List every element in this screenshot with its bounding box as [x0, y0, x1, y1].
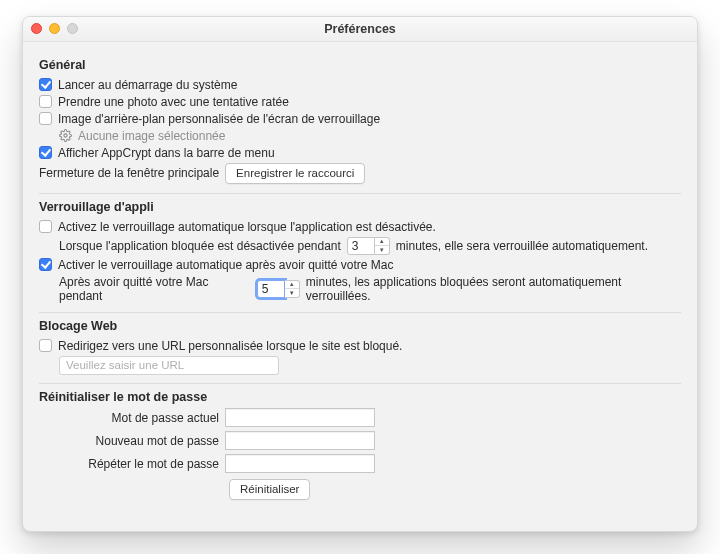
- checkbox-photo-on-fail[interactable]: [39, 95, 52, 108]
- label-repeat-password: Répéter le mot de passe: [59, 457, 219, 471]
- input-current-password[interactable]: [225, 408, 375, 427]
- label-deact-suffix: minutes, elle sera verrouillée automatiq…: [396, 239, 648, 253]
- stepper-deactivated-minutes[interactable]: 3 ▲▼: [347, 237, 390, 255]
- section-general-heading: Général: [39, 58, 681, 72]
- label-custom-lock-bg: Image d'arrière-plan personnalisée de l'…: [58, 112, 380, 126]
- label-current-password: Mot de passe actuel: [59, 411, 219, 425]
- section-webblock-heading: Blocage Web: [39, 319, 681, 333]
- stepper-arrows-icon[interactable]: ▲▼: [375, 237, 390, 255]
- label-deact-prefix: Lorsque l'application bloquée est désact…: [59, 239, 341, 253]
- label-away-prefix: Après avoir quitté votre Mac pendant: [59, 275, 251, 303]
- section-password-heading: Réinitialiser le mot de passe: [39, 390, 681, 404]
- section-applock-heading: Verrouillage d'appli: [39, 200, 681, 214]
- label-new-password: Nouveau mot de passe: [59, 434, 219, 448]
- minimize-icon[interactable]: [49, 23, 60, 34]
- label-close-main-window: Fermeture de la fenêtre principale: [39, 166, 219, 180]
- svg-point-0: [64, 134, 67, 137]
- label-away-suffix: minutes, les applications bloquées seron…: [306, 275, 681, 303]
- checkbox-autolock-away[interactable]: [39, 258, 52, 271]
- window-titlebar: Préférences: [23, 17, 697, 42]
- divider: [39, 312, 681, 313]
- divider: [39, 193, 681, 194]
- stepper-deactivated-value[interactable]: 3: [347, 237, 375, 255]
- input-new-password[interactable]: [225, 431, 375, 450]
- label-no-image: Aucune image sélectionnée: [78, 129, 225, 143]
- input-repeat-password[interactable]: [225, 454, 375, 473]
- label-show-menubar: Afficher AppCrypt dans la barre de menu: [58, 146, 275, 160]
- checkbox-autolock-deactivated[interactable]: [39, 220, 52, 233]
- checkbox-redirect-url[interactable]: [39, 339, 52, 352]
- close-icon[interactable]: [31, 23, 42, 34]
- window-title: Préférences: [324, 22, 396, 36]
- preferences-window: Préférences Général Lancer au démarrage …: [22, 16, 698, 532]
- label-photo-on-fail: Prendre une photo avec une tentative rat…: [58, 95, 289, 109]
- stepper-away-value[interactable]: 5: [257, 280, 285, 298]
- checkbox-show-menubar[interactable]: [39, 146, 52, 159]
- stepper-arrows-icon[interactable]: ▲▼: [285, 280, 300, 298]
- url-input[interactable]: Veuillez saisir une URL: [59, 356, 279, 375]
- label-autolock-deactivated: Activez le verrouillage automatique lors…: [58, 220, 436, 234]
- label-redirect-url: Redirigez vers une URL personnalisée lor…: [58, 339, 402, 353]
- record-shortcut-button[interactable]: Enregistrer le raccourci: [225, 163, 365, 184]
- checkbox-launch-at-startup[interactable]: [39, 78, 52, 91]
- reset-password-button[interactable]: Réinitialiser: [229, 479, 310, 500]
- label-autolock-away: Activer le verrouillage automatique aprè…: [58, 258, 394, 272]
- gear-icon[interactable]: [59, 129, 72, 142]
- stepper-away-minutes[interactable]: 5 ▲▼: [257, 280, 300, 298]
- zoom-icon: [67, 23, 78, 34]
- divider: [39, 383, 681, 384]
- checkbox-custom-lock-bg[interactable]: [39, 112, 52, 125]
- label-launch-at-startup: Lancer au démarrage du système: [58, 78, 237, 92]
